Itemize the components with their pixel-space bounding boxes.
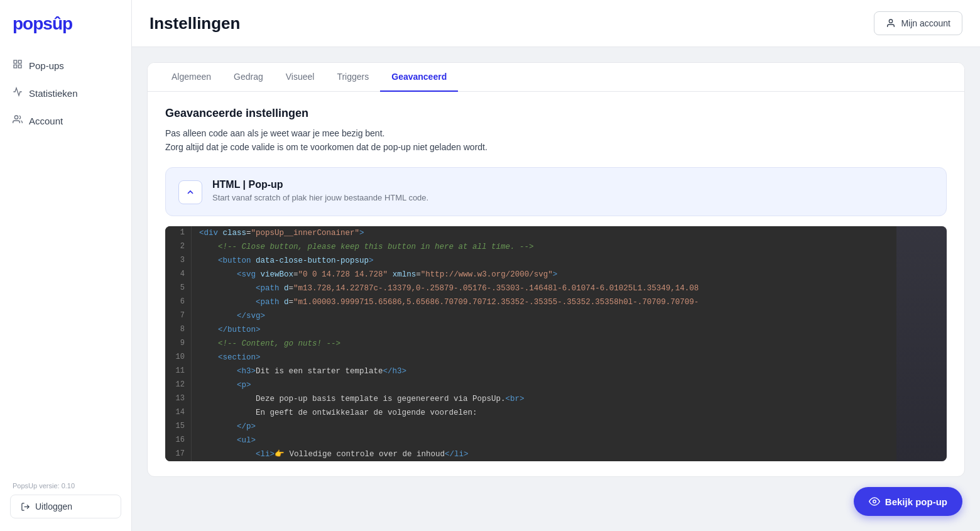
- svg-rect-1: [18, 60, 21, 63]
- svg-rect-3: [18, 65, 21, 68]
- tab-content: Geavanceerde instellingen Pas alleen cod…: [148, 92, 964, 476]
- tab-triggers[interactable]: Triggers: [325, 63, 380, 92]
- html-card-title: HTML | Pop-up: [212, 179, 428, 190]
- code-line-17: 17 <li>👉 Volledige controle over de inho…: [165, 447, 947, 461]
- code-line-5: 5 <path d="m13.728,14.22787c-.13379,0-.2…: [165, 282, 947, 295]
- sidebar-label-popups: Pop-ups: [29, 60, 64, 71]
- code-line-16: 16 <ul>: [165, 434, 947, 447]
- chart-icon: [13, 87, 23, 99]
- code-line-15: 15 </p>: [165, 420, 947, 434]
- grid-icon: [13, 59, 23, 72]
- person-icon: [886, 18, 896, 28]
- code-line-13: 13 Deze pop-up basis template is gegener…: [165, 392, 947, 406]
- desc-line-1: Pas alleen code aan als je weet waar je …: [165, 126, 947, 140]
- code-line-8: 8 </button>: [165, 323, 947, 337]
- sidebar-nav: Pop-ups Statistieken Account: [0, 45, 131, 474]
- svg-point-7: [873, 500, 876, 503]
- logo-text: popsûp: [13, 14, 72, 33]
- account-button-label: Mijn account: [901, 18, 950, 28]
- version-text: PopsUp versie: 0.10: [10, 482, 121, 490]
- code-line-1: 1 <div class="popsUp__innerConainer">: [165, 226, 947, 240]
- logo: popsûp: [0, 0, 131, 45]
- sidebar-label-account: Account: [29, 116, 63, 126]
- preview-button[interactable]: Bekijk pop-up: [854, 487, 962, 516]
- tab-geavanceerd[interactable]: Geavanceerd: [380, 63, 458, 92]
- svg-rect-2: [14, 65, 17, 68]
- html-popup-card: HTML | Pop-up Start vanaf scratch of pla…: [165, 167, 947, 216]
- sidebar-item-popups[interactable]: Pop-ups: [0, 52, 131, 79]
- users-icon: [13, 114, 23, 127]
- sidebar-label-statistics: Statistieken: [29, 88, 78, 99]
- logout-icon: [21, 502, 30, 512]
- preview-button-label: Bekijk pop-up: [885, 496, 947, 507]
- tab-algemeen[interactable]: Algemeen: [160, 63, 222, 92]
- code-line-14: 14 En geeft de ontwikkelaar de volgende …: [165, 406, 947, 420]
- logout-label: Uitloggen: [35, 501, 72, 512]
- section-title: Geavanceerde instellingen: [165, 107, 947, 120]
- sidebar: popsûp Pop-ups Statistieken Account Pops…: [0, 0, 132, 531]
- code-line-10: 10 <section>: [165, 351, 947, 364]
- code-line-3: 3 <button data-close-button-popsup>: [165, 254, 947, 268]
- sidebar-item-statistics[interactable]: Statistieken: [0, 79, 131, 107]
- html-card-info: HTML | Pop-up Start vanaf scratch of pla…: [212, 179, 428, 202]
- tab-gedrag[interactable]: Gedrag: [222, 63, 275, 92]
- tabs-bar: Algemeen Gedrag Visueel Triggers Geavanc…: [148, 63, 964, 92]
- code-line-9: 9 <!-- Content, go nuts! -->: [165, 337, 947, 351]
- code-line-4: 4 <svg viewBox="0 0 14.728 14.728" xmlns…: [165, 268, 947, 282]
- bottom-bar: Bekijk pop-up: [854, 487, 962, 516]
- chevron-up-icon: [185, 187, 195, 197]
- code-editor[interactable]: 1 <div class="popsUp__innerConainer"> 2 …: [165, 226, 947, 461]
- code-line-6: 6 <path d="m1.00003.9999715.65686,5.6568…: [165, 295, 947, 309]
- code-line-7: 7 </svg>: [165, 309, 947, 323]
- html-card-subtitle: Start vanaf scratch of plak hier jouw be…: [212, 193, 428, 202]
- main-content: Instellingen Mijn account Algemeen Gedra…: [132, 0, 980, 531]
- logout-button[interactable]: Uitloggen: [10, 495, 121, 518]
- page-body: Algemeen Gedrag Visueel Triggers Geavanc…: [132, 47, 980, 531]
- page-header: Instellingen Mijn account: [132, 0, 980, 47]
- svg-rect-0: [14, 60, 17, 63]
- sidebar-footer: PopsUp versie: 0.10 Uitloggen: [0, 474, 131, 531]
- sidebar-item-account[interactable]: Account: [0, 107, 131, 134]
- code-content: 1 <div class="popsUp__innerConainer"> 2 …: [165, 226, 947, 461]
- eye-icon: [869, 496, 880, 507]
- desc-line-2: Zorg altijd dat je code valide is om te …: [165, 140, 947, 154]
- page-title: Instellingen: [150, 14, 240, 33]
- tab-visueel[interactable]: Visueel: [275, 63, 326, 92]
- section-desc: Pas alleen code aan als je weet waar je …: [165, 126, 947, 155]
- account-button[interactable]: Mijn account: [874, 11, 962, 35]
- code-line-12: 12 <p>: [165, 378, 947, 392]
- settings-card: Algemeen Gedrag Visueel Triggers Geavanc…: [147, 62, 965, 477]
- svg-point-6: [890, 19, 893, 23]
- collapse-button[interactable]: [178, 180, 202, 204]
- code-line-11: 11 <h3>Dit is een starter template</h3>: [165, 364, 947, 378]
- code-line-2: 2 <!-- Close button, please keep this bu…: [165, 240, 947, 254]
- svg-point-4: [14, 116, 18, 119]
